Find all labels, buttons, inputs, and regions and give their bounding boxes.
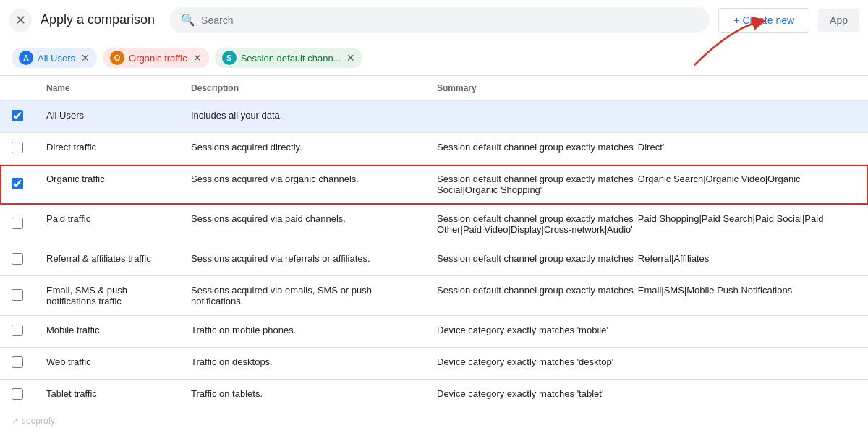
- row-checkbox-cell[interactable]: [0, 380, 35, 411]
- table-row[interactable]: All Users Includes all your data.: [0, 101, 868, 133]
- create-new-button[interactable]: + Create new: [718, 8, 809, 33]
- tag-label: Organic traffic: [129, 53, 187, 64]
- row-name: Organic traffic: [35, 165, 179, 205]
- tag-avatar: A: [19, 51, 33, 65]
- search-icon: 🔍: [181, 13, 195, 27]
- row-description: Traffic on desktops.: [179, 348, 425, 380]
- row-checkbox[interactable]: [12, 110, 23, 121]
- watermark: ↗ seoprofy: [12, 416, 55, 426]
- watermark-icon: ↗: [12, 416, 19, 426]
- row-name: All Users: [35, 101, 179, 133]
- row-checkbox[interactable]: [12, 218, 23, 229]
- row-summary: Session default channel group exactly ma…: [425, 205, 868, 244]
- tag-close-icon[interactable]: ✕: [193, 52, 202, 64]
- row-description: Includes all your data.: [179, 101, 425, 133]
- row-checkbox-cell[interactable]: [0, 244, 35, 276]
- summary-col-header: Summary: [425, 76, 868, 101]
- row-summary: Device category exactly matches 'desktop…: [425, 348, 868, 380]
- row-name: Tablet traffic: [35, 380, 179, 411]
- row-summary: Session default channel group exactly ma…: [425, 133, 868, 165]
- row-summary: Device category exactly matches 'tablet': [425, 380, 868, 411]
- table-row[interactable]: Paid traffic Sessions acquired via paid …: [0, 205, 868, 244]
- tag-session-default[interactable]: S Session default chann... ✕: [215, 48, 363, 68]
- table-row[interactable]: Mobile traffic Traffic on mobile phones.…: [0, 316, 868, 348]
- row-description: Sessions acquired via referrals or affil…: [179, 244, 425, 276]
- row-name: Web traffic: [35, 348, 179, 380]
- header-title: Apply a comparison: [41, 12, 155, 27]
- row-checkbox-cell[interactable]: [0, 205, 35, 244]
- name-col-header: Name: [35, 76, 179, 101]
- table-row[interactable]: Tablet traffic Traffic on tablets. Devic…: [0, 380, 868, 411]
- row-name: Direct traffic: [35, 133, 179, 165]
- description-col-header: Description: [179, 76, 425, 101]
- row-name: Referral & affiliates traffic: [35, 244, 179, 276]
- search-input[interactable]: [201, 14, 698, 26]
- tag-avatar: O: [110, 51, 124, 65]
- row-description: Sessions acquired via paid channels.: [179, 205, 425, 244]
- row-summary: Session default channel group exactly ma…: [425, 276, 868, 316]
- row-summary: Device category exactly matches 'mobile': [425, 316, 868, 348]
- row-summary: [425, 101, 868, 133]
- table-row[interactable]: Web traffic Traffic on desktops. Device …: [0, 348, 868, 380]
- row-checkbox[interactable]: [12, 178, 23, 189]
- watermark-text: seoprofy: [22, 416, 55, 426]
- checkbox-col-header: [0, 76, 35, 101]
- header: ✕ Apply a comparison 🔍 + Create new App: [0, 0, 868, 40]
- tags-row: A All Users ✕ O Organic traffic ✕ S Sess…: [0, 40, 868, 76]
- row-description: Sessions acquired via emails, SMS or pus…: [179, 276, 425, 316]
- row-description: Sessions acquired via organic channels.: [179, 165, 425, 205]
- table-row[interactable]: Email, SMS & push notifications traffic …: [0, 276, 868, 316]
- tag-all-users[interactable]: A All Users ✕: [12, 48, 97, 68]
- tag-avatar: S: [222, 51, 237, 65]
- row-checkbox[interactable]: [12, 142, 23, 153]
- row-checkbox-cell[interactable]: [0, 348, 35, 380]
- row-summary: Session default channel group exactly ma…: [425, 165, 868, 205]
- table-header-row: Name Description Summary: [0, 76, 868, 101]
- row-checkbox-cell[interactable]: [0, 101, 35, 133]
- tag-close-icon[interactable]: ✕: [81, 52, 90, 64]
- row-description: Traffic on mobile phones.: [179, 316, 425, 348]
- comparison-table: Name Description Summary All Users Inclu…: [0, 76, 868, 411]
- row-name: Email, SMS & push notifications traffic: [35, 276, 179, 316]
- row-checkbox[interactable]: [12, 356, 23, 368]
- row-name: Paid traffic: [35, 205, 179, 244]
- tag-label: All Users: [38, 53, 75, 64]
- close-button[interactable]: ✕: [9, 9, 32, 32]
- table-row[interactable]: Organic traffic Sessions acquired via or…: [0, 165, 868, 205]
- row-checkbox-cell[interactable]: [0, 133, 35, 165]
- row-summary: Session default channel group exactly ma…: [425, 244, 868, 276]
- row-checkbox-cell[interactable]: [0, 276, 35, 316]
- table-row[interactable]: Direct traffic Sessions acquired directl…: [0, 133, 868, 165]
- row-description: Traffic on tablets.: [179, 380, 425, 411]
- row-checkbox[interactable]: [12, 289, 23, 301]
- row-checkbox-cell[interactable]: [0, 165, 35, 205]
- tag-label: Session default chann...: [241, 53, 341, 64]
- table-row[interactable]: Referral & affiliates traffic Sessions a…: [0, 244, 868, 276]
- row-checkbox[interactable]: [12, 325, 23, 336]
- table-container: Name Description Summary All Users Inclu…: [0, 76, 868, 428]
- apply-button[interactable]: App: [818, 9, 859, 32]
- row-description: Sessions acquired directly.: [179, 133, 425, 165]
- row-checkbox[interactable]: [12, 388, 23, 400]
- row-checkbox-cell[interactable]: [0, 316, 35, 348]
- search-container: 🔍: [169, 7, 710, 33]
- row-checkbox[interactable]: [12, 253, 23, 265]
- row-name: Mobile traffic: [35, 316, 179, 348]
- tag-close-icon[interactable]: ✕: [346, 52, 355, 64]
- tag-organic-traffic[interactable]: O Organic traffic ✕: [103, 48, 209, 68]
